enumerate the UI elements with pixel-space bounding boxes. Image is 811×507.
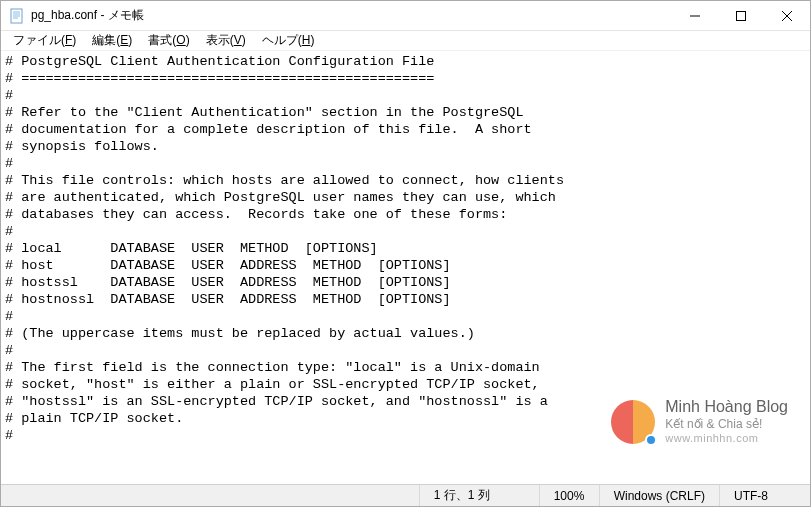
menu-file[interactable]: ファイル(F): [5, 30, 84, 51]
menu-view-label: 表示: [206, 33, 230, 47]
titlebar: pg_hba.conf - メモ帳: [1, 1, 810, 31]
status-encoding: UTF-8: [720, 485, 810, 506]
menu-edit[interactable]: 編集(E): [84, 30, 140, 51]
status-spacer: [1, 485, 420, 506]
minimize-button[interactable]: [672, 1, 718, 31]
menu-format-mnemonic: O: [176, 33, 185, 47]
menu-help[interactable]: ヘルプ(H): [254, 30, 323, 51]
editor-area: # PostgreSQL Client Authentication Confi…: [1, 51, 810, 484]
menu-format[interactable]: 書式(O): [140, 30, 197, 51]
menu-edit-mnemonic: E: [120, 33, 128, 47]
menubar: ファイル(F) 編集(E) 書式(O) 表示(V) ヘルプ(H): [1, 31, 810, 51]
status-cursor-position: 1 行、1 列: [420, 485, 540, 506]
menu-edit-label: 編集: [92, 33, 116, 47]
status-zoom: 100%: [540, 485, 600, 506]
menu-file-mnemonic: F: [65, 33, 72, 47]
menu-file-label: ファイル: [13, 33, 61, 47]
text-editor[interactable]: # PostgreSQL Client Authentication Confi…: [1, 51, 810, 484]
status-line-ending: Windows (CRLF): [600, 485, 720, 506]
menu-help-label: ヘルプ: [262, 33, 298, 47]
menu-help-mnemonic: H: [302, 33, 311, 47]
menu-view[interactable]: 表示(V): [198, 30, 254, 51]
window-title: pg_hba.conf - メモ帳: [31, 7, 144, 24]
svg-rect-6: [737, 11, 746, 20]
menu-format-label: 書式: [148, 33, 172, 47]
menu-view-mnemonic: V: [234, 33, 242, 47]
close-button[interactable]: [764, 1, 810, 31]
statusbar: 1 行、1 列 100% Windows (CRLF) UTF-8: [1, 484, 810, 506]
maximize-button[interactable]: [718, 1, 764, 31]
notepad-app-icon: [9, 8, 25, 24]
notepad-window: pg_hba.conf - メモ帳 ファイル(F) 編集(E) 書式(O) 表示…: [0, 0, 811, 507]
